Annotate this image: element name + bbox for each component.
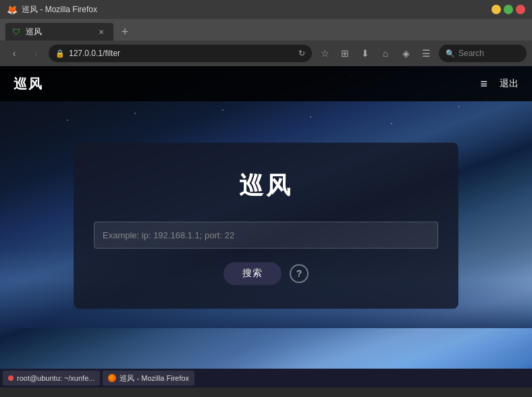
forward-button[interactable]: ›: [27, 45, 45, 62]
reload-icon[interactable]: ↻: [298, 49, 305, 58]
tab-label: 巡风: [26, 26, 42, 38]
logout-button[interactable]: 退出: [500, 78, 518, 90]
new-tab-button[interactable]: +: [116, 23, 134, 41]
lock-icon: 🔒: [55, 49, 65, 58]
card-title: 巡风: [94, 169, 438, 203]
download-icon[interactable]: ⬇: [356, 45, 374, 62]
btn-row: 搜索 ?: [94, 262, 438, 285]
taskbar-terminal-label: root@ubuntu: ~/xunfe...: [17, 374, 95, 382]
search-placeholder: Search: [458, 49, 484, 58]
main-card: 巡风 搜索 ?: [74, 142, 458, 309]
filter-search-input[interactable]: [94, 221, 438, 248]
address-bar: ‹ › 🔒 127.0.0.1/filter ↻ ☆ ⊞ ⬇ ⌂ ◈ ☰ 🔍 S…: [0, 41, 532, 66]
bookmark-star-icon[interactable]: ☆: [316, 45, 334, 62]
app-header: 巡风 ≡ 退出: [0, 66, 532, 101]
search-input-row: [94, 221, 438, 248]
app-header-right: ≡ 退出: [480, 77, 518, 91]
pocket-icon[interactable]: ◈: [397, 45, 415, 62]
window-controls: [491, 5, 525, 14]
terminal-icon: [8, 375, 14, 381]
help-button[interactable]: ?: [290, 264, 309, 283]
taskbar-browser-label: 巡风 - Mozilla Firefox: [119, 373, 189, 383]
firefox-taskbar-icon: [108, 374, 116, 382]
back-button[interactable]: ‹: [5, 45, 23, 62]
search-icon: 🔍: [446, 49, 455, 58]
tab-favicon: 🛡: [12, 27, 22, 36]
title-bar-left: 🦊 巡风 - Mozilla Firefox: [7, 4, 97, 16]
close-button[interactable]: [516, 5, 525, 14]
address-input-wrap[interactable]: 🔒 127.0.0.1/filter ↻: [49, 45, 312, 62]
taskbar-browser[interactable]: 巡风 - Mozilla Firefox: [103, 371, 194, 386]
tab-bar: 🛡 巡风 ✕ +: [0, 19, 532, 41]
active-tab[interactable]: 🛡 巡风 ✕: [5, 23, 113, 41]
app-logo: 巡风: [14, 75, 43, 93]
hamburger-icon[interactable]: ≡: [480, 77, 486, 91]
address-text: 127.0.0.1/filter: [69, 49, 294, 58]
minimize-button[interactable]: [491, 5, 501, 14]
reader-mode-icon[interactable]: ⊞: [336, 45, 354, 62]
search-submit-button[interactable]: 搜索: [223, 262, 282, 285]
browser-search-box[interactable]: 🔍 Search: [439, 45, 527, 62]
tab-close-button[interactable]: ✕: [96, 26, 107, 37]
taskbar-terminal[interactable]: root@ubuntu: ~/xunfe...: [3, 371, 100, 386]
title-bar: 🦊 巡风 - Mozilla Firefox: [0, 0, 532, 19]
menu-icon[interactable]: ☰: [417, 45, 435, 62]
maximize-button[interactable]: [504, 5, 513, 14]
firefox-icon: 🦊: [7, 5, 18, 15]
taskbar: root@ubuntu: ~/xunfe... 巡风 - Mozilla Fir…: [0, 369, 532, 388]
window-title: 巡风 - Mozilla Firefox: [22, 4, 97, 16]
home-icon[interactable]: ⌂: [377, 45, 394, 62]
app-wrapper: 巡风 ≡ 退出 巡风 搜索 ?: [0, 66, 532, 369]
toolbar-icons: ☆ ⊞ ⬇ ⌂ ◈ ☰: [316, 45, 435, 62]
